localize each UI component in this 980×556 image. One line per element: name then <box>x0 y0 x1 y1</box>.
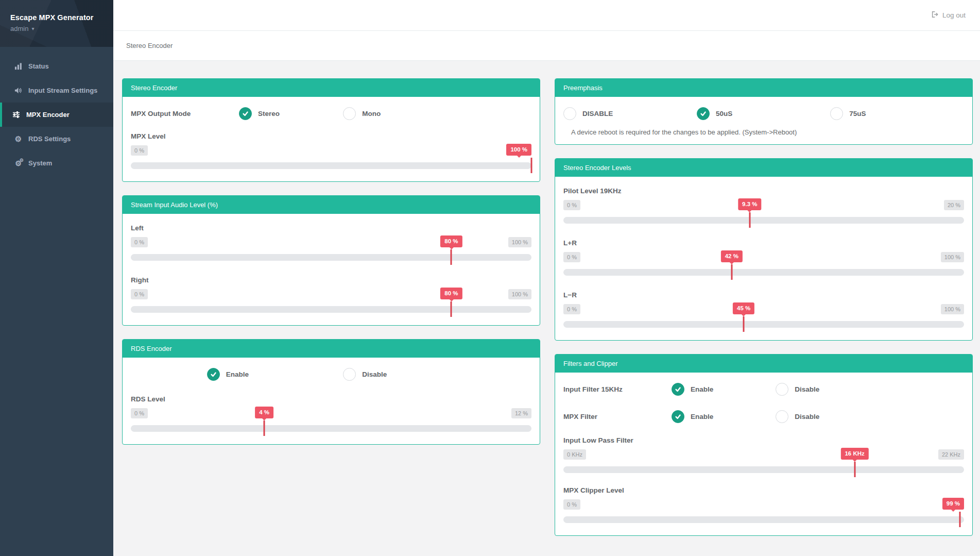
panel-stereo-encoder: Stereo Encoder MPX Output Mode Stereo <box>122 78 540 182</box>
user-name: admin <box>10 25 28 32</box>
sliders-icon <box>12 111 21 119</box>
sidebar-nav: Status Input Stream Settings MPX Encoder… <box>0 54 113 175</box>
slider-value-badge: 80 % <box>440 288 462 299</box>
slider-pilot-level: Pilot Level 19KHz 0 % 20 % 9.3 % <box>563 187 964 224</box>
radio-indicator[interactable] <box>776 410 788 423</box>
slider-min-badge: 0 % <box>563 252 580 262</box>
sidebar-item-label: System <box>28 159 52 167</box>
radio-indicator[interactable] <box>830 107 843 120</box>
panel-title: Preemphasis <box>555 79 972 97</box>
slider-handle[interactable] <box>959 512 961 527</box>
slider-track[interactable] <box>131 162 531 169</box>
slider-label: Input Low Pass Filter <box>563 436 964 444</box>
volume-icon <box>14 87 23 94</box>
radio-indicator[interactable] <box>207 368 220 381</box>
input-filter-label: Input Filter 15KHz <box>563 383 672 393</box>
slider-track[interactable] <box>131 425 531 432</box>
radio-label: Disable <box>795 385 819 393</box>
slider-label: L+R <box>563 239 964 247</box>
sidebar-item-input-stream-settings[interactable]: Input Stream Settings <box>0 78 113 103</box>
radio-mpx-filter-enable[interactable]: Enable <box>672 410 776 423</box>
radio-input-filter-disable[interactable]: Disable <box>776 383 819 396</box>
slider-min-badge: 0 % <box>131 289 148 299</box>
slider-mpx-clipper-level: MPX Clipper Level 0 % 99 % <box>563 486 964 523</box>
sidebar-item-mpx-encoder[interactable]: MPX Encoder <box>0 103 113 127</box>
slider-value-badge: 9.3 % <box>738 198 761 210</box>
sidebar-item-label: RDS Settings <box>28 135 71 143</box>
radio-label: 50uS <box>716 110 732 117</box>
slider-track[interactable] <box>563 321 964 328</box>
slider-label: MPX Clipper Level <box>563 486 964 494</box>
sidebar-item-label: Status <box>28 62 49 70</box>
radio-preemphasis-disable[interactable]: DISABLE <box>563 107 697 120</box>
slider-label: L−R <box>563 291 964 299</box>
slider-track[interactable] <box>563 466 964 473</box>
radio-input-filter-enable[interactable]: Enable <box>672 383 776 396</box>
sidebar-item-rds-settings[interactable]: ⚙ RDS Settings <box>0 127 113 151</box>
slider-track[interactable] <box>563 516 964 523</box>
radio-indicator[interactable] <box>239 107 252 120</box>
slider-label: MPX Level <box>131 132 531 140</box>
slider-max-badge: 100 % <box>941 304 964 314</box>
slider-min-badge: 0 % <box>131 408 148 418</box>
mpx-filter-label: MPX Filter <box>563 410 672 420</box>
sidebar-item-system[interactable]: ⚙⚙ System <box>0 151 113 175</box>
slider-track[interactable] <box>563 217 964 224</box>
sidebar-item-label: MPX Encoder <box>26 111 70 119</box>
slider-max-badge: 22 KHz <box>938 449 964 460</box>
panel-preemphasis: Preemphasis DISABLE <box>555 78 973 145</box>
slider-max-badge: 12 % <box>511 408 531 418</box>
radio-mpx-filter-disable[interactable]: Disable <box>776 410 819 423</box>
radio-mono[interactable]: Mono <box>343 107 447 120</box>
slider-value-badge: 16 KHz <box>840 448 868 460</box>
user-menu[interactable]: admin ▾ <box>10 25 103 32</box>
slider-input-low-pass-filter: Input Low Pass Filter 0 KHz 22 KHz 16 KH… <box>563 436 964 473</box>
radio-indicator[interactable] <box>343 107 356 120</box>
radio-label: DISABLE <box>582 110 613 117</box>
slider-min-badge: 0 % <box>563 200 580 210</box>
reboot-note: A device reboot is required for the chan… <box>571 128 964 136</box>
slider-track[interactable] <box>131 254 531 261</box>
radio-indicator[interactable] <box>672 383 684 396</box>
app-title: Escape MPX Generator <box>10 13 103 22</box>
panel-title: Stereo Encoder Levels <box>555 159 972 177</box>
panel-filters-and-clipper: Filters and Clipper Input Filter 15KHz E… <box>555 354 973 536</box>
logout-button[interactable]: Log out <box>931 11 966 20</box>
panel-title: Filters and Clipper <box>555 355 972 373</box>
radio-indicator[interactable] <box>343 368 356 381</box>
panel-rds-encoder: RDS Encoder Enable <box>122 339 540 445</box>
slider-right-level: Right 0 % 100 % 80 % <box>131 276 531 313</box>
cogs-icon: ⚙⚙ <box>14 160 23 167</box>
sidebar-item-status[interactable]: Status <box>0 54 113 78</box>
radio-rds-disable[interactable]: Disable <box>343 368 387 381</box>
slider-track[interactable] <box>131 306 531 313</box>
sidebar-item-label: Input Stream Settings <box>28 87 97 94</box>
page-title: Stereo Encoder <box>126 42 173 49</box>
radio-indicator[interactable] <box>776 383 788 396</box>
radio-label: 75uS <box>849 110 866 117</box>
radio-label: Enable <box>691 413 713 420</box>
radio-label: Stereo <box>258 110 280 117</box>
radio-label: Disable <box>362 370 387 378</box>
radio-preemphasis-50us[interactable]: 50uS <box>697 107 830 120</box>
slider-label: Pilot Level 19KHz <box>563 187 964 195</box>
slider-handle[interactable] <box>531 158 532 173</box>
slider-value-badge: 80 % <box>440 235 462 247</box>
radio-label: Mono <box>362 110 381 117</box>
radio-indicator[interactable] <box>563 107 576 120</box>
panel-title: Stereo Encoder <box>123 79 540 97</box>
slider-min-badge: 0 % <box>131 145 148 156</box>
breadcrumb: Stereo Encoder <box>113 31 980 61</box>
radio-stereo[interactable]: Stereo <box>239 107 343 120</box>
slider-min-badge: 0 % <box>131 237 148 247</box>
radio-preemphasis-75us[interactable]: 75uS <box>830 107 964 120</box>
slider-min-badge: 0 KHz <box>563 449 586 460</box>
radio-indicator[interactable] <box>672 410 684 423</box>
radio-indicator[interactable] <box>697 107 710 120</box>
slider-track[interactable] <box>563 269 964 276</box>
slider-min-badge: 0 % <box>563 304 580 314</box>
mpx-output-mode-label: MPX Output Mode <box>131 107 239 117</box>
slider-max-badge: 100 % <box>508 237 531 247</box>
radio-rds-enable[interactable]: Enable <box>207 368 343 381</box>
sign-out-icon <box>931 11 938 20</box>
